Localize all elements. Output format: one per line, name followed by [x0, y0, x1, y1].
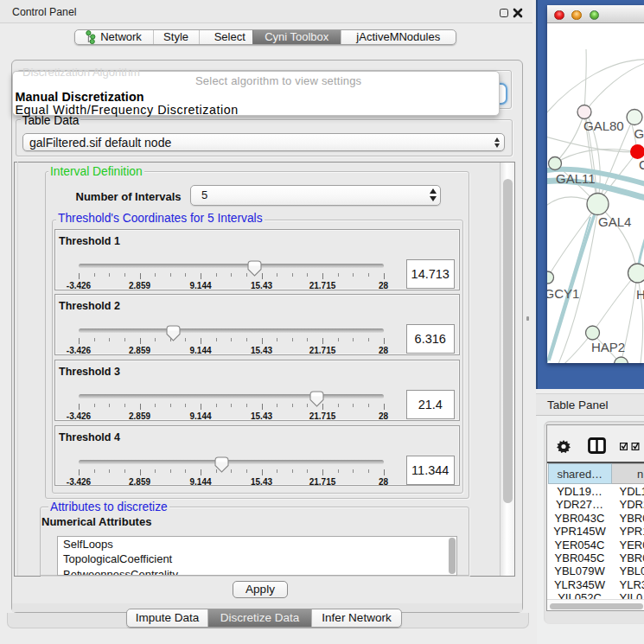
- svg-text:GAL11: GAL11: [556, 171, 596, 186]
- svg-text:GA: GA: [634, 126, 644, 141]
- svg-text:H: H: [636, 287, 644, 302]
- svg-text:GAL80: GAL80: [583, 118, 624, 133]
- svg-text:GCY1: GCY1: [547, 286, 579, 301]
- svg-text:HAP2: HAP2: [591, 340, 625, 354]
- svg-text:C: C: [639, 157, 644, 172]
- svg-text:GAL4: GAL4: [598, 214, 631, 229]
